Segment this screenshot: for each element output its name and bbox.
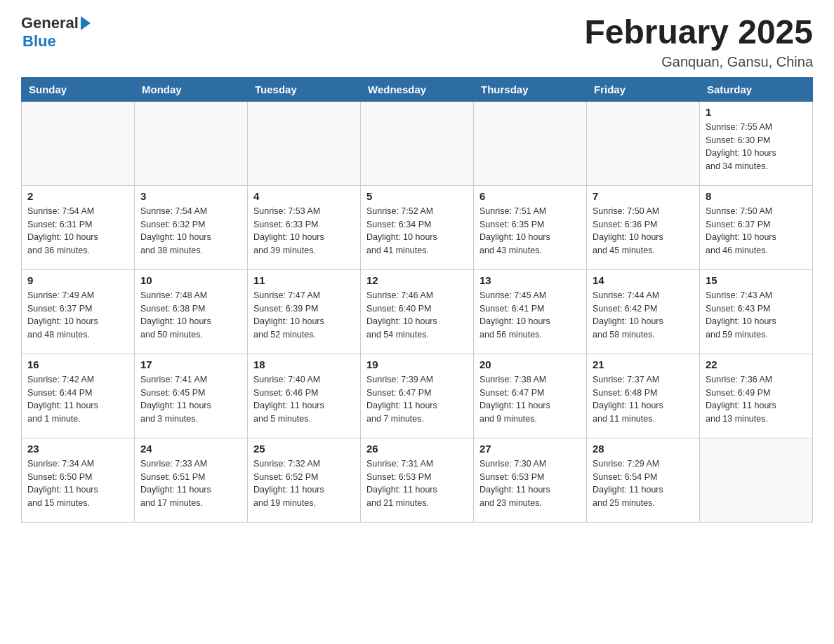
calendar-cell xyxy=(474,101,587,185)
day-info: Sunrise: 7:29 AMSunset: 6:54 PMDaylight:… xyxy=(593,457,694,510)
page-header: General Blue February 2025 Ganquan, Gans… xyxy=(21,14,813,70)
day-info: Sunrise: 7:54 AMSunset: 6:31 PMDaylight:… xyxy=(27,205,128,257)
weekday-header-sunday: Sunday xyxy=(22,77,135,101)
calendar-cell: 25Sunrise: 7:32 AMSunset: 6:52 PMDayligh… xyxy=(248,438,361,522)
day-number: 11 xyxy=(253,274,355,286)
calendar-cell xyxy=(22,101,135,185)
day-number: 24 xyxy=(140,443,241,455)
day-info: Sunrise: 7:55 AMSunset: 6:30 PMDaylight:… xyxy=(706,121,807,173)
month-title: February 2025 xyxy=(584,14,813,51)
day-number: 28 xyxy=(593,443,694,455)
calendar-cell: 18Sunrise: 7:40 AMSunset: 6:46 PMDayligh… xyxy=(248,354,361,438)
location-label: Ganquan, Gansu, China xyxy=(584,54,813,70)
day-number: 19 xyxy=(366,358,468,370)
calendar-cell: 27Sunrise: 7:30 AMSunset: 6:53 PMDayligh… xyxy=(474,438,587,522)
logo: General Blue xyxy=(21,14,91,51)
logo-blue-text: Blue xyxy=(22,32,56,51)
day-info: Sunrise: 7:42 AMSunset: 6:44 PMDaylight:… xyxy=(27,373,128,426)
calendar-cell: 3Sunrise: 7:54 AMSunset: 6:32 PMDaylight… xyxy=(135,185,248,269)
calendar-cell: 4Sunrise: 7:53 AMSunset: 6:33 PMDaylight… xyxy=(248,185,361,269)
day-number: 4 xyxy=(253,190,355,202)
day-number: 17 xyxy=(140,358,241,370)
day-info: Sunrise: 7:45 AMSunset: 6:41 PMDaylight:… xyxy=(479,289,581,342)
day-info: Sunrise: 7:32 AMSunset: 6:52 PMDaylight:… xyxy=(253,457,355,510)
day-info: Sunrise: 7:33 AMSunset: 6:51 PMDaylight:… xyxy=(140,457,241,510)
calendar-cell: 15Sunrise: 7:43 AMSunset: 6:43 PMDayligh… xyxy=(700,269,813,354)
day-info: Sunrise: 7:38 AMSunset: 6:47 PMDaylight:… xyxy=(479,373,581,426)
day-number: 21 xyxy=(593,358,694,370)
day-number: 25 xyxy=(253,443,355,455)
logo-general-text: General xyxy=(21,14,79,32)
weekday-header-monday: Monday xyxy=(135,77,248,101)
calendar-cell: 1Sunrise: 7:55 AMSunset: 6:30 PMDaylight… xyxy=(700,101,813,185)
week-row-4: 16Sunrise: 7:42 AMSunset: 6:44 PMDayligh… xyxy=(22,354,813,438)
day-info: Sunrise: 7:54 AMSunset: 6:32 PMDaylight:… xyxy=(140,205,241,257)
weekday-header-tuesday: Tuesday xyxy=(248,77,361,101)
calendar-cell: 20Sunrise: 7:38 AMSunset: 6:47 PMDayligh… xyxy=(474,354,587,438)
day-number: 2 xyxy=(27,190,128,202)
day-info: Sunrise: 7:49 AMSunset: 6:37 PMDaylight:… xyxy=(27,289,128,342)
calendar-cell xyxy=(587,101,700,185)
calendar-cell: 16Sunrise: 7:42 AMSunset: 6:44 PMDayligh… xyxy=(22,354,135,438)
weekday-header-thursday: Thursday xyxy=(474,77,587,101)
calendar-cell: 9Sunrise: 7:49 AMSunset: 6:37 PMDaylight… xyxy=(22,269,135,354)
day-number: 16 xyxy=(27,358,128,370)
day-number: 6 xyxy=(479,190,581,202)
day-info: Sunrise: 7:39 AMSunset: 6:47 PMDaylight:… xyxy=(366,373,468,426)
day-number: 18 xyxy=(253,358,355,370)
weekday-header-wednesday: Wednesday xyxy=(361,77,474,101)
day-info: Sunrise: 7:50 AMSunset: 6:36 PMDaylight:… xyxy=(593,205,694,257)
calendar-cell: 12Sunrise: 7:46 AMSunset: 6:40 PMDayligh… xyxy=(361,269,474,354)
day-info: Sunrise: 7:37 AMSunset: 6:48 PMDaylight:… xyxy=(593,373,694,426)
calendar-cell: 19Sunrise: 7:39 AMSunset: 6:47 PMDayligh… xyxy=(361,354,474,438)
day-number: 9 xyxy=(27,274,128,286)
day-info: Sunrise: 7:47 AMSunset: 6:39 PMDaylight:… xyxy=(253,289,355,342)
calendar-cell: 11Sunrise: 7:47 AMSunset: 6:39 PMDayligh… xyxy=(248,269,361,354)
day-info: Sunrise: 7:46 AMSunset: 6:40 PMDaylight:… xyxy=(366,289,468,342)
week-row-2: 2Sunrise: 7:54 AMSunset: 6:31 PMDaylight… xyxy=(22,185,813,269)
week-row-1: 1Sunrise: 7:55 AMSunset: 6:30 PMDaylight… xyxy=(22,101,813,185)
day-info: Sunrise: 7:30 AMSunset: 6:53 PMDaylight:… xyxy=(479,457,581,510)
day-number: 27 xyxy=(479,443,581,455)
calendar-cell xyxy=(700,438,813,522)
calendar-cell: 26Sunrise: 7:31 AMSunset: 6:53 PMDayligh… xyxy=(361,438,474,522)
calendar-cell: 7Sunrise: 7:50 AMSunset: 6:36 PMDaylight… xyxy=(587,185,700,269)
calendar-cell xyxy=(361,101,474,185)
week-row-3: 9Sunrise: 7:49 AMSunset: 6:37 PMDaylight… xyxy=(22,269,813,354)
day-number: 5 xyxy=(366,190,468,202)
day-number: 20 xyxy=(479,358,581,370)
title-area: February 2025 Ganquan, Gansu, China xyxy=(584,14,813,70)
calendar-cell: 22Sunrise: 7:36 AMSunset: 6:49 PMDayligh… xyxy=(700,354,813,438)
calendar-cell: 14Sunrise: 7:44 AMSunset: 6:42 PMDayligh… xyxy=(587,269,700,354)
day-info: Sunrise: 7:41 AMSunset: 6:45 PMDaylight:… xyxy=(140,373,241,426)
day-number: 1 xyxy=(706,106,807,118)
day-number: 8 xyxy=(706,190,807,202)
day-number: 13 xyxy=(479,274,581,286)
week-row-5: 23Sunrise: 7:34 AMSunset: 6:50 PMDayligh… xyxy=(22,438,813,522)
day-info: Sunrise: 7:31 AMSunset: 6:53 PMDaylight:… xyxy=(366,457,468,510)
calendar-table: SundayMondayTuesdayWednesdayThursdayFrid… xyxy=(21,77,813,523)
day-number: 7 xyxy=(593,190,694,202)
calendar-cell: 2Sunrise: 7:54 AMSunset: 6:31 PMDaylight… xyxy=(22,185,135,269)
day-number: 23 xyxy=(27,443,128,455)
day-number: 14 xyxy=(593,274,694,286)
day-info: Sunrise: 7:43 AMSunset: 6:43 PMDaylight:… xyxy=(706,289,807,342)
calendar-cell: 21Sunrise: 7:37 AMSunset: 6:48 PMDayligh… xyxy=(587,354,700,438)
day-info: Sunrise: 7:53 AMSunset: 6:33 PMDaylight:… xyxy=(253,205,355,257)
logo-triangle-icon xyxy=(81,16,91,30)
calendar-cell: 8Sunrise: 7:50 AMSunset: 6:37 PMDaylight… xyxy=(700,185,813,269)
weekday-header-row: SundayMondayTuesdayWednesdayThursdayFrid… xyxy=(22,77,813,101)
calendar-cell: 10Sunrise: 7:48 AMSunset: 6:38 PMDayligh… xyxy=(135,269,248,354)
day-info: Sunrise: 7:36 AMSunset: 6:49 PMDaylight:… xyxy=(706,373,807,426)
calendar-cell: 6Sunrise: 7:51 AMSunset: 6:35 PMDaylight… xyxy=(474,185,587,269)
day-info: Sunrise: 7:44 AMSunset: 6:42 PMDaylight:… xyxy=(593,289,694,342)
calendar-cell xyxy=(135,101,248,185)
day-info: Sunrise: 7:48 AMSunset: 6:38 PMDaylight:… xyxy=(140,289,241,342)
day-info: Sunrise: 7:52 AMSunset: 6:34 PMDaylight:… xyxy=(366,205,468,257)
calendar-cell: 13Sunrise: 7:45 AMSunset: 6:41 PMDayligh… xyxy=(474,269,587,354)
day-number: 3 xyxy=(140,190,241,202)
calendar-cell: 23Sunrise: 7:34 AMSunset: 6:50 PMDayligh… xyxy=(22,438,135,522)
day-number: 22 xyxy=(706,358,807,370)
day-info: Sunrise: 7:50 AMSunset: 6:37 PMDaylight:… xyxy=(706,205,807,257)
weekday-header-saturday: Saturday xyxy=(700,77,813,101)
